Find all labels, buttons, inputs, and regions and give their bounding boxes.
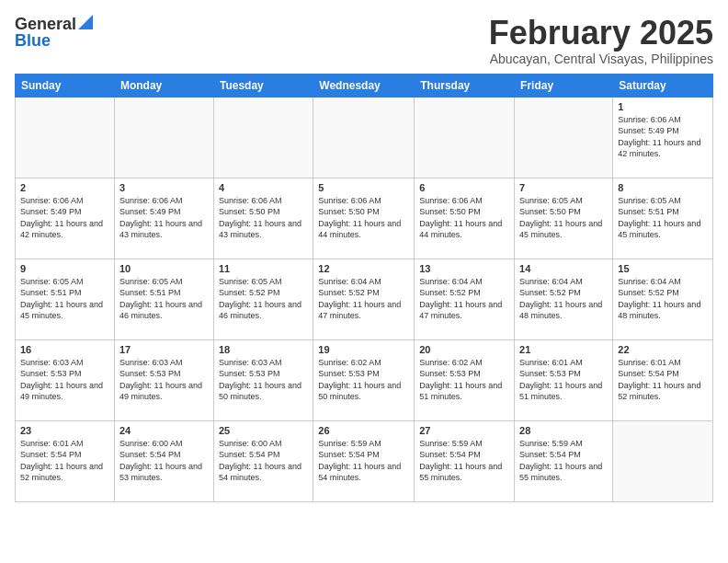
day-info: Sunrise: 5:59 AM Sunset: 5:54 PM Dayligh…: [519, 438, 608, 484]
day-info: Sunrise: 6:01 AM Sunset: 5:54 PM Dayligh…: [20, 438, 109, 484]
day-info: Sunrise: 6:04 AM Sunset: 5:52 PM Dayligh…: [618, 276, 708, 322]
weekday-header-monday: Monday: [114, 74, 213, 97]
calendar-cell: [114, 97, 213, 178]
title-block: February 2025 Abucayan, Central Visayas,…: [489, 15, 713, 66]
day-number: 14: [519, 263, 608, 274]
calendar-week-1: 1Sunrise: 6:06 AM Sunset: 5:49 PM Daylig…: [16, 97, 713, 178]
day-info: Sunrise: 6:05 AM Sunset: 5:51 PM Dayligh…: [119, 276, 209, 322]
day-info: Sunrise: 6:01 AM Sunset: 5:54 PM Dayligh…: [618, 357, 708, 403]
day-number: 13: [419, 263, 509, 274]
day-number: 4: [219, 182, 308, 193]
calendar-header-row: SundayMondayTuesdayWednesdayThursdayFrid…: [16, 74, 713, 97]
day-info: Sunrise: 6:03 AM Sunset: 5:53 PM Dayligh…: [20, 357, 109, 403]
day-info: Sunrise: 6:04 AM Sunset: 5:52 PM Dayligh…: [318, 276, 409, 322]
day-number: 26: [318, 425, 409, 436]
day-number: 25: [219, 425, 308, 436]
day-info: Sunrise: 6:05 AM Sunset: 5:50 PM Dayligh…: [519, 195, 608, 241]
calendar-cell: 21Sunrise: 6:01 AM Sunset: 5:53 PM Dayli…: [515, 339, 613, 420]
day-info: Sunrise: 6:06 AM Sunset: 5:50 PM Dayligh…: [219, 195, 308, 241]
day-info: Sunrise: 6:06 AM Sunset: 5:50 PM Dayligh…: [318, 195, 409, 241]
day-number: 28: [519, 425, 608, 436]
calendar-cell: 26Sunrise: 5:59 AM Sunset: 5:54 PM Dayli…: [313, 420, 415, 501]
calendar-cell: 2Sunrise: 6:06 AM Sunset: 5:49 PM Daylig…: [16, 178, 115, 259]
logo-arrow-icon: [78, 15, 93, 29]
day-info: Sunrise: 6:06 AM Sunset: 5:50 PM Dayligh…: [419, 195, 509, 241]
calendar-cell: 14Sunrise: 6:04 AM Sunset: 5:52 PM Dayli…: [515, 259, 613, 339]
calendar-week-2: 2Sunrise: 6:06 AM Sunset: 5:49 PM Daylig…: [16, 178, 713, 259]
calendar-cell: 28Sunrise: 5:59 AM Sunset: 5:54 PM Dayli…: [515, 420, 613, 501]
day-info: Sunrise: 6:05 AM Sunset: 5:51 PM Dayligh…: [20, 276, 109, 322]
calendar-cell: 8Sunrise: 6:05 AM Sunset: 5:51 PM Daylig…: [613, 178, 713, 259]
weekday-header-sunday: Sunday: [16, 74, 115, 97]
weekday-header-friday: Friday: [515, 74, 613, 97]
day-number: 7: [519, 182, 608, 193]
day-info: Sunrise: 6:05 AM Sunset: 5:52 PM Dayligh…: [219, 276, 308, 322]
svg-marker-0: [78, 15, 93, 29]
day-number: 12: [318, 263, 409, 274]
day-number: 3: [119, 182, 209, 193]
calendar-cell: 23Sunrise: 6:01 AM Sunset: 5:54 PM Dayli…: [16, 420, 115, 501]
day-info: Sunrise: 6:05 AM Sunset: 5:51 PM Dayligh…: [618, 195, 708, 241]
month-year-title: February 2025: [489, 15, 713, 52]
calendar-cell: [16, 97, 115, 178]
calendar-cell: 18Sunrise: 6:03 AM Sunset: 5:53 PM Dayli…: [213, 339, 313, 420]
logo-blue-text: Blue: [15, 32, 93, 49]
calendar-cell: 22Sunrise: 6:01 AM Sunset: 5:54 PM Dayli…: [613, 339, 713, 420]
day-number: 15: [618, 263, 708, 274]
calendar-cell: 10Sunrise: 6:05 AM Sunset: 5:51 PM Dayli…: [114, 259, 213, 339]
day-info: Sunrise: 5:59 AM Sunset: 5:54 PM Dayligh…: [419, 438, 509, 484]
day-number: 17: [119, 344, 209, 355]
day-number: 19: [318, 344, 409, 355]
calendar-cell: 11Sunrise: 6:05 AM Sunset: 5:52 PM Dayli…: [213, 259, 313, 339]
day-info: Sunrise: 6:03 AM Sunset: 5:53 PM Dayligh…: [119, 357, 209, 403]
day-number: 18: [219, 344, 308, 355]
calendar-cell: 20Sunrise: 6:02 AM Sunset: 5:53 PM Dayli…: [415, 339, 515, 420]
page-header: General Blue February 2025 Abucayan, Cen…: [15, 15, 713, 66]
calendar-cell: 19Sunrise: 6:02 AM Sunset: 5:53 PM Dayli…: [313, 339, 415, 420]
calendar-cell: 13Sunrise: 6:04 AM Sunset: 5:52 PM Dayli…: [415, 259, 515, 339]
calendar-cell: 1Sunrise: 6:06 AM Sunset: 5:49 PM Daylig…: [613, 97, 713, 178]
day-info: Sunrise: 6:00 AM Sunset: 5:54 PM Dayligh…: [119, 438, 209, 484]
day-info: Sunrise: 6:00 AM Sunset: 5:54 PM Dayligh…: [219, 438, 308, 484]
day-number: 1: [618, 101, 708, 112]
day-number: 20: [419, 344, 509, 355]
calendar-body: 1Sunrise: 6:06 AM Sunset: 5:49 PM Daylig…: [16, 97, 713, 501]
day-number: 16: [20, 344, 109, 355]
weekday-header-tuesday: Tuesday: [213, 74, 313, 97]
calendar-cell: 16Sunrise: 6:03 AM Sunset: 5:53 PM Dayli…: [16, 339, 115, 420]
calendar-cell: 15Sunrise: 6:04 AM Sunset: 5:52 PM Dayli…: [613, 259, 713, 339]
day-info: Sunrise: 5:59 AM Sunset: 5:54 PM Dayligh…: [318, 438, 409, 484]
day-info: Sunrise: 6:06 AM Sunset: 5:49 PM Dayligh…: [618, 114, 708, 160]
day-number: 10: [119, 263, 209, 274]
calendar-cell: [613, 420, 713, 501]
day-number: 6: [419, 182, 509, 193]
day-info: Sunrise: 6:02 AM Sunset: 5:53 PM Dayligh…: [419, 357, 509, 403]
calendar-cell: 6Sunrise: 6:06 AM Sunset: 5:50 PM Daylig…: [415, 178, 515, 259]
logo: General Blue: [15, 15, 93, 49]
calendar-cell: 3Sunrise: 6:06 AM Sunset: 5:49 PM Daylig…: [114, 178, 213, 259]
day-info: Sunrise: 6:04 AM Sunset: 5:52 PM Dayligh…: [419, 276, 509, 322]
day-number: 23: [20, 425, 109, 436]
calendar-week-4: 16Sunrise: 6:03 AM Sunset: 5:53 PM Dayli…: [16, 339, 713, 420]
location-subtitle: Abucayan, Central Visayas, Philippines: [489, 52, 713, 66]
day-number: 9: [20, 263, 109, 274]
day-info: Sunrise: 6:04 AM Sunset: 5:52 PM Dayligh…: [519, 276, 608, 322]
day-number: 11: [219, 263, 308, 274]
weekday-header-thursday: Thursday: [415, 74, 515, 97]
day-info: Sunrise: 6:02 AM Sunset: 5:53 PM Dayligh…: [318, 357, 409, 403]
calendar-week-3: 9Sunrise: 6:05 AM Sunset: 5:51 PM Daylig…: [16, 259, 713, 339]
day-number: 21: [519, 344, 608, 355]
calendar-cell: 5Sunrise: 6:06 AM Sunset: 5:50 PM Daylig…: [313, 178, 415, 259]
calendar-table: SundayMondayTuesdayWednesdayThursdayFrid…: [15, 74, 713, 502]
day-number: 5: [318, 182, 409, 193]
weekday-header-wednesday: Wednesday: [313, 74, 415, 97]
calendar-cell: 25Sunrise: 6:00 AM Sunset: 5:54 PM Dayli…: [213, 420, 313, 501]
calendar-cell: 24Sunrise: 6:00 AM Sunset: 5:54 PM Dayli…: [114, 420, 213, 501]
day-number: 24: [119, 425, 209, 436]
day-info: Sunrise: 6:03 AM Sunset: 5:53 PM Dayligh…: [219, 357, 308, 403]
day-info: Sunrise: 6:01 AM Sunset: 5:53 PM Dayligh…: [519, 357, 608, 403]
calendar-cell: 12Sunrise: 6:04 AM Sunset: 5:52 PM Dayli…: [313, 259, 415, 339]
day-number: 8: [618, 182, 708, 193]
calendar-cell: [415, 97, 515, 178]
day-number: 27: [419, 425, 509, 436]
